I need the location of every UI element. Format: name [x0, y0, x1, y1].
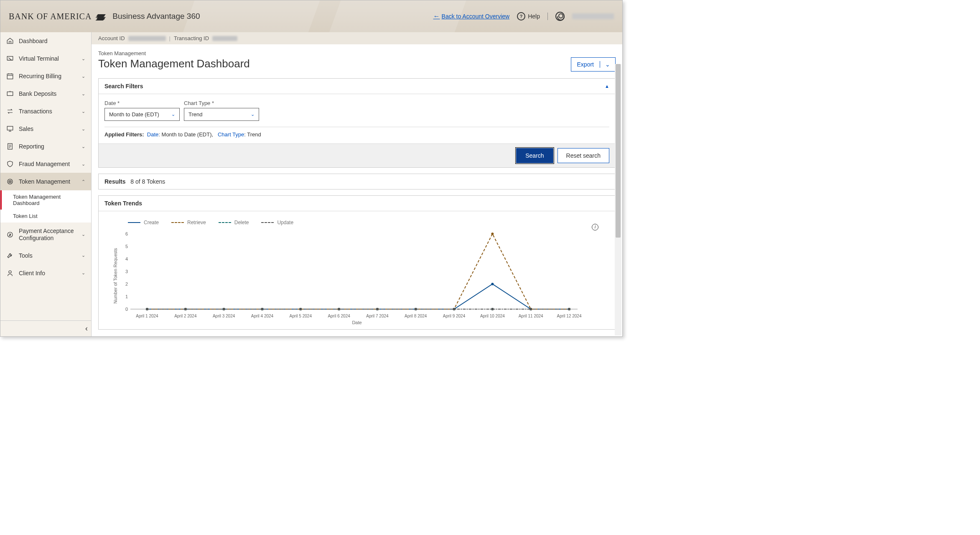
- deposit-icon: [6, 90, 14, 97]
- sidebar-item-reporting[interactable]: Reporting ⌄: [0, 138, 91, 155]
- sidebar: Dashboard Virtual Terminal ⌄ Recurring B…: [0, 32, 92, 336]
- export-button[interactable]: Export ⌄: [571, 57, 616, 72]
- svg-rect-1: [7, 74, 13, 79]
- sidebar-item-client-info[interactable]: Client Info ⌄: [0, 264, 91, 282]
- caret-up-icon: ▲: [605, 84, 609, 89]
- svg-text:April 9 2024: April 9 2024: [443, 314, 466, 318]
- svg-text:April 7 2024: April 7 2024: [366, 314, 389, 318]
- chart-type-field-label: Chart Type *: [184, 100, 259, 106]
- sidebar-item-bank-deposits[interactable]: Bank Deposits ⌄: [0, 85, 91, 102]
- top-bar: BANK OF AMERICA Business Advantage 360 ←…: [0, 0, 622, 32]
- date-field-label: Date *: [104, 100, 180, 106]
- y-axis-label: Number of Token Requests: [111, 230, 118, 322]
- svg-point-71: [338, 308, 340, 310]
- sidebar-item-token-management[interactable]: Token Management ⌃: [0, 173, 91, 190]
- transacting-id-redacted: [212, 36, 237, 41]
- help-button[interactable]: ? Help: [517, 12, 540, 20]
- chevron-down-icon: ⌄: [81, 253, 85, 258]
- applied-charttype-key: Chart Type: [218, 131, 244, 138]
- chevron-left-icon: ‹: [85, 324, 88, 333]
- sidebar-item-dashboard[interactable]: Dashboard: [0, 32, 91, 50]
- search-filters-header[interactable]: Search Filters ▲: [99, 79, 615, 94]
- svg-point-70: [299, 308, 302, 310]
- applied-filters: Applied Filters: Date: Month to Date (ED…: [104, 131, 609, 138]
- sidebar-item-transactions[interactable]: Transactions ⌄: [0, 102, 91, 120]
- sidebar-item-fraud-management[interactable]: Fraud Management ⌄: [0, 155, 91, 173]
- user-avatar-icon[interactable]: [555, 12, 565, 21]
- info-icon[interactable]: i: [592, 224, 598, 230]
- svg-rect-0: [7, 56, 13, 60]
- sidebar-label: Virtual Terminal: [19, 55, 59, 62]
- svg-text:6: 6: [125, 231, 128, 236]
- back-to-overview-link[interactable]: ← Back to Account Overview: [433, 13, 510, 20]
- svg-point-76: [529, 308, 532, 310]
- sidebar-label: Dashboard: [19, 38, 48, 44]
- svg-text:1: 1: [125, 294, 128, 299]
- svg-point-66: [146, 308, 148, 310]
- svg-point-72: [376, 308, 379, 310]
- terminal-icon: [6, 55, 14, 62]
- sidebar-label: Token Management: [19, 178, 70, 185]
- swap-icon: [6, 108, 14, 115]
- svg-rect-2: [7, 92, 13, 96]
- account-id-redacted: [128, 36, 166, 41]
- sidebar-label: Tools: [19, 252, 33, 259]
- sidebar-subitem-token-list[interactable]: Token List: [0, 210, 91, 223]
- sidebar-label: Client Info: [19, 270, 45, 276]
- help-icon: ?: [517, 12, 525, 20]
- sidebar-item-sales[interactable]: Sales ⌄: [0, 120, 91, 138]
- svg-text:April 5 2024: April 5 2024: [290, 314, 312, 318]
- export-label: Export: [571, 61, 600, 68]
- chevron-down-icon: ⌄: [81, 91, 85, 97]
- results-summary: 8 of 8 Tokens: [130, 178, 165, 185]
- back-link-label: Back to Account Overview: [442, 13, 510, 20]
- token-trends-title: Token Trends: [104, 200, 142, 207]
- sidebar-label: Payment Acceptance Configuration: [19, 228, 76, 242]
- chart-legend: Create Retrieve Delete Update: [128, 220, 603, 225]
- page-title: Token Management Dashboard: [98, 57, 250, 70]
- svg-point-73: [415, 308, 417, 310]
- svg-point-67: [184, 308, 187, 310]
- svg-text:3: 3: [125, 269, 128, 274]
- reset-search-button[interactable]: Reset search: [557, 148, 609, 163]
- applied-date-value: Month to Date (EDT): [162, 131, 212, 138]
- sidebar-item-payment-acceptance[interactable]: Payment Acceptance Configuration ⌄: [0, 223, 91, 247]
- help-label: Help: [528, 13, 540, 20]
- svg-point-39: [491, 283, 494, 285]
- svg-text:April 12 2024: April 12 2024: [557, 314, 582, 318]
- legend-create[interactable]: Create: [128, 220, 159, 225]
- legend-retrieve[interactable]: Retrieve: [171, 220, 206, 225]
- sidebar-label: Recurring Billing: [19, 73, 61, 79]
- svg-text:0: 0: [125, 307, 128, 312]
- legend-delete[interactable]: Delete: [219, 220, 249, 225]
- sidebar-item-tools[interactable]: Tools ⌄: [0, 247, 91, 264]
- person-icon: [6, 269, 14, 277]
- search-button[interactable]: Search: [516, 148, 553, 163]
- date-select[interactable]: Month to Date (EDT) ⌄: [104, 108, 180, 121]
- chart-type-select[interactable]: Trend ⌄: [184, 108, 259, 121]
- chevron-down-icon: ⌄: [600, 61, 615, 68]
- shield-icon: [6, 160, 14, 168]
- chevron-down-icon: ⌄: [81, 270, 85, 276]
- applied-date-key: Date: [147, 131, 158, 138]
- transacting-id-label: Transacting ID: [174, 35, 209, 41]
- account-bar: Account ID | Transacting ID: [92, 32, 622, 44]
- svg-text:4: 4: [125, 256, 128, 261]
- sidebar-collapse-button[interactable]: ‹: [0, 320, 91, 336]
- scrollbar-track[interactable]: [615, 64, 621, 335]
- sidebar-label: Bank Deposits: [19, 90, 56, 97]
- sidebar-label: Fraud Management: [19, 161, 70, 167]
- sidebar-item-recurring-billing[interactable]: Recurring Billing ⌄: [0, 67, 91, 85]
- results-label: Results: [104, 178, 126, 185]
- legend-update[interactable]: Update: [261, 220, 293, 225]
- svg-point-74: [453, 308, 456, 310]
- svg-text:April 3 2024: April 3 2024: [213, 314, 235, 318]
- scrollbar-thumb[interactable]: [616, 64, 621, 238]
- sidebar-label: Reporting: [19, 143, 44, 150]
- brand-text: BANK OF AMERICA: [9, 12, 92, 21]
- svg-text:April 10 2024: April 10 2024: [480, 314, 505, 318]
- sidebar-subitem-token-dashboard[interactable]: Token Management Dashboard: [0, 190, 91, 210]
- sidebar-item-virtual-terminal[interactable]: Virtual Terminal ⌄: [0, 50, 91, 67]
- date-select-value: Month to Date (EDT): [109, 111, 159, 118]
- chevron-down-icon: ⌄: [171, 112, 175, 117]
